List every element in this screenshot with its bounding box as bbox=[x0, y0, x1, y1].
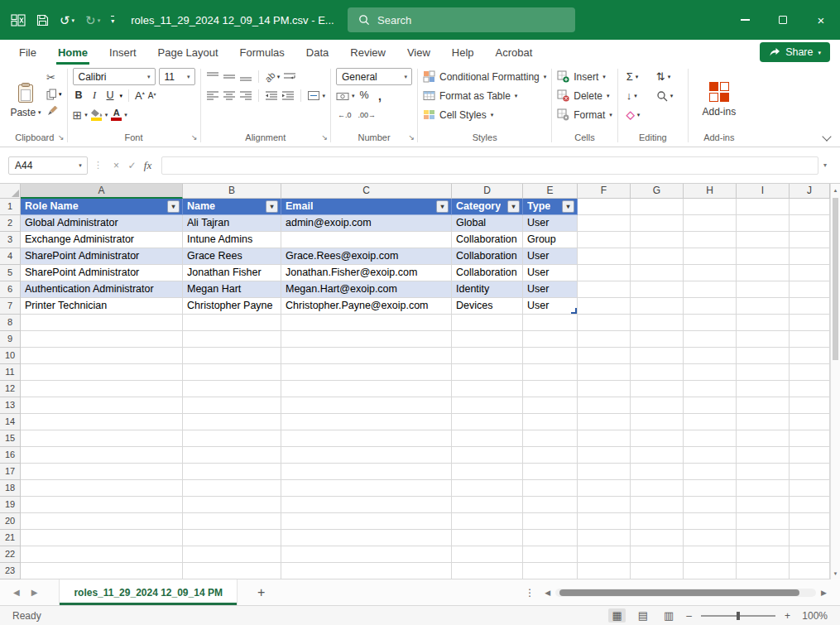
borders-button[interactable]: ⊞▾ bbox=[73, 109, 88, 121]
cell-C19[interactable] bbox=[281, 497, 452, 513]
cell-H20[interactable] bbox=[684, 513, 737, 530]
collapse-ribbon-button[interactable] bbox=[822, 132, 831, 141]
maximize-button[interactable] bbox=[764, 0, 802, 40]
row-header-21[interactable]: 21 bbox=[0, 530, 21, 546]
cell-B11[interactable] bbox=[183, 364, 281, 381]
zoom-level[interactable]: 100% bbox=[799, 610, 828, 622]
cell-D5[interactable]: Collaboration bbox=[452, 265, 523, 281]
cell-I1[interactable] bbox=[737, 199, 790, 215]
copy-button[interactable]: ▾ bbox=[46, 88, 62, 100]
cell-I23[interactable] bbox=[737, 563, 790, 579]
column-header-E[interactable]: E bbox=[523, 184, 578, 199]
cell-I5[interactable] bbox=[737, 265, 790, 281]
number-dialog-launcher[interactable]: ↘ bbox=[408, 134, 415, 142]
cell-F21[interactable] bbox=[578, 530, 631, 546]
cell-A13[interactable] bbox=[21, 397, 183, 414]
cell-E22[interactable] bbox=[523, 546, 578, 563]
redo-button[interactable]: ↻▾ bbox=[85, 14, 100, 26]
cell-A8[interactable] bbox=[21, 315, 183, 331]
cell-J12[interactable] bbox=[790, 381, 830, 397]
cell-J9[interactable] bbox=[790, 331, 830, 348]
row-header-2[interactable]: 2 bbox=[0, 215, 21, 232]
percent-style-button[interactable]: % bbox=[358, 90, 371, 101]
cell-I13[interactable] bbox=[737, 397, 790, 414]
cell-J4[interactable] bbox=[790, 248, 830, 265]
cell-H22[interactable] bbox=[684, 546, 737, 563]
cell-E21[interactable] bbox=[523, 530, 578, 546]
sheet-bar-menu-icon[interactable]: ⋮ bbox=[525, 587, 535, 599]
cell-C8[interactable] bbox=[281, 315, 452, 331]
align-center-button[interactable] bbox=[223, 90, 236, 101]
cell-I7[interactable] bbox=[737, 298, 790, 315]
filter-button-C[interactable]: ▾ bbox=[436, 200, 449, 213]
cell-J8[interactable] bbox=[790, 315, 830, 331]
insert-cells-button[interactable]: Insert ▾ bbox=[557, 67, 612, 86]
cell-F22[interactable] bbox=[578, 546, 631, 563]
cell-A19[interactable] bbox=[21, 497, 183, 513]
cell-F7[interactable] bbox=[578, 298, 631, 315]
cell-E12[interactable] bbox=[523, 381, 578, 397]
cell-F23[interactable] bbox=[578, 563, 631, 579]
cell-D7[interactable]: Devices bbox=[452, 298, 523, 315]
sort-filter-button[interactable]: ⇅▾ bbox=[653, 70, 683, 83]
cell-F14[interactable] bbox=[578, 414, 631, 430]
cell-B16[interactable] bbox=[183, 447, 281, 464]
decrease-indent-button[interactable] bbox=[265, 90, 278, 101]
cell-I8[interactable] bbox=[737, 315, 790, 331]
cell-I3[interactable] bbox=[737, 232, 790, 248]
cell-A18[interactable] bbox=[21, 480, 183, 497]
cell-I4[interactable] bbox=[737, 248, 790, 265]
cell-I6[interactable] bbox=[737, 281, 790, 298]
cell-D13[interactable] bbox=[452, 397, 523, 414]
cell-J2[interactable] bbox=[790, 215, 830, 232]
cell-F5[interactable] bbox=[578, 265, 631, 281]
cell-G10[interactable] bbox=[631, 348, 684, 364]
cell-D9[interactable] bbox=[452, 331, 523, 348]
expand-formula-bar-icon[interactable]: ▾ bbox=[818, 161, 832, 169]
autosum-button[interactable]: Σ▾ bbox=[623, 70, 653, 83]
comma-style-button[interactable]: , bbox=[374, 90, 386, 102]
scroll-down-button[interactable]: ▼ bbox=[831, 567, 840, 579]
cell-B17[interactable] bbox=[183, 464, 281, 480]
cell-F15[interactable] bbox=[578, 430, 631, 447]
cancel-entry-button[interactable]: × bbox=[108, 160, 124, 171]
cell-A22[interactable] bbox=[21, 546, 183, 563]
cell-G3[interactable] bbox=[631, 232, 684, 248]
next-sheet-button[interactable]: ▶ bbox=[31, 588, 38, 597]
cell-G7[interactable] bbox=[631, 298, 684, 315]
cell-F8[interactable] bbox=[578, 315, 631, 331]
cell-E6[interactable]: User bbox=[523, 281, 578, 298]
cell-F2[interactable] bbox=[578, 215, 631, 232]
cell-H10[interactable] bbox=[684, 348, 737, 364]
ribbon-tab-view[interactable]: View bbox=[396, 40, 441, 65]
cell-G17[interactable] bbox=[631, 464, 684, 480]
cell-G6[interactable] bbox=[631, 281, 684, 298]
cell-D2[interactable]: Global bbox=[452, 215, 523, 232]
cell-D18[interactable] bbox=[452, 480, 523, 497]
cell-B7[interactable]: Christopher Payne bbox=[183, 298, 281, 315]
cell-C10[interactable] bbox=[281, 348, 452, 364]
cell-G12[interactable] bbox=[631, 381, 684, 397]
cell-G2[interactable] bbox=[631, 215, 684, 232]
font-name-select[interactable]: Calibri▾ bbox=[73, 68, 156, 85]
row-header-6[interactable]: 6 bbox=[0, 281, 21, 298]
cell-I9[interactable] bbox=[737, 331, 790, 348]
cell-C20[interactable] bbox=[281, 513, 452, 530]
cell-J17[interactable] bbox=[790, 464, 830, 480]
row-header-22[interactable]: 22 bbox=[0, 546, 21, 563]
cell-E11[interactable] bbox=[523, 364, 578, 381]
column-header-C[interactable]: C bbox=[281, 184, 452, 199]
cell-C16[interactable] bbox=[281, 447, 452, 464]
cell-I15[interactable] bbox=[737, 430, 790, 447]
cell-J10[interactable] bbox=[790, 348, 830, 364]
cell-A10[interactable] bbox=[21, 348, 183, 364]
cell-D10[interactable] bbox=[452, 348, 523, 364]
cell-C2[interactable]: admin@exoip.com bbox=[281, 215, 452, 232]
cell-H23[interactable] bbox=[684, 563, 737, 579]
column-header-J[interactable]: J bbox=[790, 184, 830, 199]
row-header-23[interactable]: 23 bbox=[0, 563, 21, 579]
cell-G11[interactable] bbox=[631, 364, 684, 381]
cell-J14[interactable] bbox=[790, 414, 830, 430]
cell-I12[interactable] bbox=[737, 381, 790, 397]
cell-E20[interactable] bbox=[523, 513, 578, 530]
